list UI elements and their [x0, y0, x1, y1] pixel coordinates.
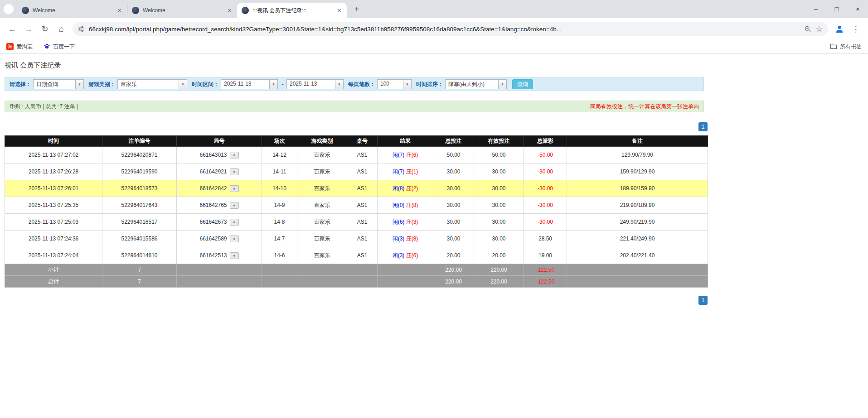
- tab-search-button[interactable]: [4, 4, 14, 14]
- cell-remark: 219.90/189.90: [567, 197, 708, 214]
- refresh-icon[interactable]: ↻: [37, 21, 53, 37]
- tab-close-icon[interactable]: ×: [226, 7, 233, 14]
- tab-close-icon[interactable]: ×: [116, 7, 123, 14]
- forward-icon[interactable]: →: [21, 21, 36, 37]
- cards-icon[interactable]: ♠: [230, 235, 239, 242]
- bookmark-baidu[interactable]: 百度一下: [44, 43, 75, 51]
- result-player: 闲(8): [393, 185, 405, 192]
- cell-empty: [378, 264, 433, 276]
- subtotal-count: 7: [102, 264, 177, 276]
- tab-welcome-2[interactable]: Welcome ×: [127, 3, 237, 18]
- cell-bet-id: 522964020871: [102, 147, 177, 163]
- result-banker: 庄(8): [406, 202, 418, 208]
- cell-game-type: 百家乐: [297, 180, 347, 197]
- minimize-button[interactable]: –: [805, 0, 826, 18]
- cell-empty: [347, 276, 378, 288]
- cards-icon[interactable]: ♠: [230, 185, 239, 192]
- subtotal-payout: -122.50: [524, 264, 567, 276]
- cell-empty: [177, 276, 262, 288]
- header-result: 结果: [378, 136, 433, 147]
- cards-icon[interactable]: ♠: [230, 202, 239, 209]
- cards-icon[interactable]: ♠: [230, 168, 239, 175]
- cell-remark: 189.90/159.90: [567, 180, 708, 197]
- page-1-button[interactable]: 1: [698, 296, 708, 305]
- bookmark-star-icon[interactable]: ☆: [816, 24, 823, 34]
- globe-favicon-icon: [22, 7, 29, 14]
- sort-order-value: 降幂(由大到小): [446, 80, 498, 89]
- profile-avatar[interactable]: [832, 21, 847, 37]
- sort-order-dropdown[interactable]: 降幂(由大到小) ▾: [445, 79, 507, 89]
- header-round: 局号: [177, 136, 262, 147]
- cell-empty: [297, 276, 347, 288]
- window-controls: – □ ×: [805, 0, 868, 18]
- game-type-dropdown[interactable]: 百家乐 ▾: [117, 79, 187, 89]
- new-tab-button[interactable]: +: [350, 3, 363, 15]
- home-icon[interactable]: ⌂: [53, 21, 69, 37]
- cell-bet-id: 522964014610: [102, 247, 177, 264]
- chevron-down-icon[interactable]: ▾: [335, 80, 343, 89]
- cell-empty: [177, 264, 262, 276]
- query-type-dropdown[interactable]: 日期查询 ▾: [33, 79, 84, 89]
- result-banker: 庄(2): [406, 185, 418, 192]
- tab-close-icon[interactable]: ×: [335, 7, 343, 14]
- bookmark-aitaobao[interactable]: 淘 爱淘宝: [6, 43, 33, 51]
- browser-menu-icon[interactable]: ⋮: [848, 21, 863, 37]
- chevron-down-icon[interactable]: ▾: [179, 80, 187, 89]
- cell-total-bet[interactable]: 30.00: [433, 197, 474, 214]
- cell-total-bet[interactable]: 50.00: [433, 147, 474, 163]
- result-player: 闲(3): [393, 235, 405, 242]
- cell-table-no: AS1: [347, 163, 378, 180]
- cell-remark: 129.90/79.90: [567, 147, 708, 163]
- summary-bar: 币别 : 人民币 | 总共 :7 注单 | 同局有效投注，统一计算在该局第一张注…: [5, 101, 704, 112]
- table-row: 2025-11-13 07:24:04 522964014610 6616425…: [5, 247, 708, 264]
- table-row: 2025-11-13 07:26:01 522964018573 6616428…: [5, 180, 708, 197]
- cell-time: 2025-11-13 07:26:28: [5, 163, 102, 180]
- chevron-down-icon[interactable]: ▾: [403, 80, 411, 89]
- url-text[interactable]: 66cxkj98.com/ipl/portal.php/game/betreco…: [89, 26, 800, 33]
- subtotal-valid-bet: 220.00: [474, 264, 524, 276]
- bookmark-label: 爱淘宝: [16, 43, 33, 51]
- cell-total-bet[interactable]: 30.00: [433, 214, 474, 231]
- cell-total-bet[interactable]: 30.00: [433, 163, 474, 180]
- result-banker: 庄(1): [406, 168, 418, 175]
- site-info-icon[interactable]: [78, 26, 84, 32]
- cell-round: 661642589♠: [177, 231, 262, 247]
- page-size-dropdown[interactable]: 100 ▾: [377, 79, 412, 89]
- cell-empty: [347, 264, 378, 276]
- zoom-icon[interactable]: [804, 25, 811, 33]
- result-player: 闲(0): [393, 202, 405, 208]
- maximize-button[interactable]: □: [826, 0, 847, 18]
- cell-total-bet[interactable]: 20.00: [433, 247, 474, 264]
- total-row: 总计 7 220.00 220.00 -122.50: [5, 276, 708, 288]
- date-from-dropdown[interactable]: 2025-11-13 ▾: [221, 79, 278, 89]
- chevron-down-icon[interactable]: ▾: [75, 80, 83, 89]
- chevron-down-icon[interactable]: ▾: [269, 80, 277, 89]
- date-to-dropdown[interactable]: 2025-11-13 ▾: [286, 79, 344, 89]
- cell-bet-id: 522964019590: [102, 163, 177, 180]
- header-remark: 备注: [567, 136, 708, 147]
- cell-total-bet[interactable]: 30.00: [433, 231, 474, 247]
- search-button[interactable]: 查询: [512, 79, 533, 89]
- cell-valid-bet: 30.00: [474, 163, 524, 180]
- address-bar[interactable]: 66cxkj98.com/ipl/portal.php/game/betreco…: [73, 22, 828, 36]
- cell-empty: [567, 264, 708, 276]
- subtotal-label: 小计: [5, 264, 102, 276]
- date-from-value: 2025-11-13: [221, 80, 269, 89]
- back-icon[interactable]: ←: [5, 21, 20, 37]
- round-number: 661642589: [199, 235, 227, 242]
- cards-icon[interactable]: ♠: [230, 152, 239, 159]
- all-bookmarks-button[interactable]: 所有书签: [830, 43, 862, 51]
- chevron-down-icon[interactable]: ▾: [498, 80, 506, 89]
- cell-total-bet[interactable]: 30.00: [433, 180, 474, 197]
- result-banker: 庄(6): [406, 152, 418, 158]
- tab-bet-records-active[interactable]: :::视讯 会员下注纪录::: ×: [237, 3, 347, 18]
- filter-label-date-range: 时间区间：: [192, 81, 219, 88]
- cards-icon[interactable]: ♠: [230, 219, 239, 226]
- close-button[interactable]: ×: [847, 0, 868, 18]
- cards-icon[interactable]: ♠: [230, 252, 239, 259]
- header-table-no: 桌号: [347, 136, 378, 147]
- tab-welcome-1[interactable]: Welcome ×: [17, 3, 127, 18]
- cell-game-type: 百家乐: [297, 147, 347, 163]
- cell-table-no: AS1: [347, 214, 378, 231]
- page-1-button[interactable]: 1: [698, 122, 708, 131]
